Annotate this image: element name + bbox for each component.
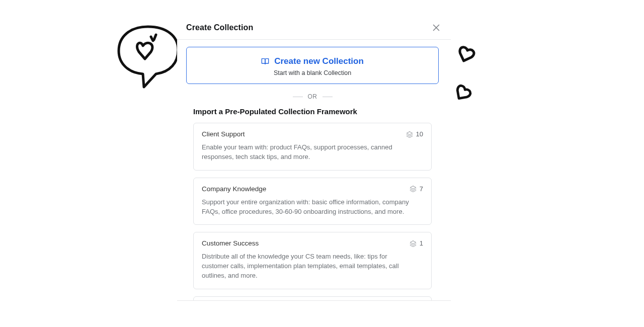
framework-count: 1 <box>410 239 423 247</box>
dialog-title: Create Collection <box>186 23 253 32</box>
create-new-collection-button[interactable]: Create new Collection Start with a blank… <box>186 47 439 84</box>
divider-label: OR <box>308 93 317 100</box>
framework-title: Company Knowledge <box>202 185 266 193</box>
book-open-icon <box>261 57 269 65</box>
dialog-header: Create Collection <box>177 15 451 40</box>
framework-desc: Support your entire organization with: b… <box>202 198 413 217</box>
svg-marker-3 <box>410 186 416 189</box>
layers-icon <box>406 131 413 138</box>
create-collection-dialog: Create Collection Create new Collection … <box>177 15 451 301</box>
close-button[interactable] <box>431 22 442 33</box>
framework-count: 10 <box>406 130 423 138</box>
heart-icon <box>452 83 474 105</box>
dialog-scroll[interactable]: Create new Collection Start with a blank… <box>186 47 442 301</box>
framework-card-company-knowledge[interactable]: Company Knowledge 7 Support your entire … <box>193 178 432 225</box>
framework-card-customer-success[interactable]: Customer Success 1 Distribute all of the… <box>193 232 432 289</box>
import-section-title: Import a Pre-Populated Collection Framew… <box>193 107 439 116</box>
divider: OR <box>186 93 439 100</box>
heart-icon <box>455 43 478 66</box>
framework-desc: Enable your team with: product FAQs, sup… <box>202 143 413 162</box>
framework-card-client-support[interactable]: Client Support 10 Enable your team with:… <box>193 123 432 171</box>
layers-icon <box>410 185 417 192</box>
dialog-body: Create new Collection Start with a blank… <box>177 40 451 301</box>
svg-marker-2 <box>407 131 413 134</box>
framework-count: 7 <box>410 185 423 193</box>
speech-heart-icon <box>116 23 181 93</box>
layers-icon <box>410 240 417 247</box>
framework-title: Customer Success <box>202 239 259 247</box>
framework-desc: Distribute all of the knowledge your CS … <box>202 252 413 281</box>
svg-marker-4 <box>410 241 416 244</box>
framework-card-deal-desk[interactable]: Deal Desk 1 Use this Collection to house… <box>193 296 432 301</box>
framework-title: Client Support <box>202 130 245 138</box>
create-new-collection-label: Create new Collection <box>274 56 364 66</box>
close-icon <box>433 24 440 31</box>
create-new-collection-subtitle: Start with a blank Collection <box>192 69 433 76</box>
